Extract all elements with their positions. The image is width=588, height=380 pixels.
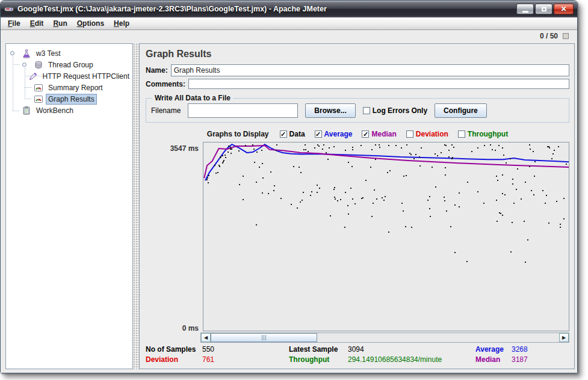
jmeter-window: GoogleTest.jmx (C:\Java\jakarta-jmeter-2… — [0, 0, 578, 373]
menu-edit[interactable]: Edit — [25, 18, 49, 29]
data-point — [548, 222, 549, 224]
menu-help[interactable]: Help — [109, 18, 134, 29]
data-point — [379, 147, 380, 148]
data-point — [421, 147, 422, 149]
deviation-value: 761 — [202, 355, 214, 364]
filename-input[interactable] — [188, 103, 298, 118]
horizontal-scrollbar[interactable]: ◀ ▶ — [200, 332, 569, 343]
menu-file[interactable]: File — [3, 18, 25, 29]
data-point — [467, 182, 468, 183]
data-point — [554, 150, 555, 151]
browse-button[interactable]: Browse... — [305, 103, 355, 118]
data-point — [444, 200, 445, 201]
data-point — [413, 158, 415, 159]
tree-item-label: Graph Results — [46, 94, 96, 104]
log-errors-checkbox[interactable] — [363, 107, 370, 114]
data-point — [262, 177, 264, 179]
tree-item-summary-report[interactable]: Summary Report — [7, 82, 131, 93]
data-point — [498, 145, 500, 146]
data-point — [311, 191, 312, 192]
checkbox-median[interactable]: ✓ — [362, 130, 369, 138]
data-point — [299, 167, 300, 168]
average-value: 3268 — [512, 345, 528, 354]
test-plan-tree: w3 TestThread GroupHTTP Request HTTPClie… — [5, 43, 133, 369]
data-point — [276, 150, 277, 151]
data-point — [517, 168, 518, 170]
tree-item-thread-group[interactable]: Thread Group — [7, 59, 131, 70]
data-point — [220, 156, 221, 158]
maximize-button[interactable] — [535, 4, 552, 14]
display-option-deviation: Deviation — [406, 130, 448, 138]
data-point — [262, 163, 263, 164]
tree-item-http-request-httpclient[interactable]: HTTP Request HTTPClient — [7, 70, 131, 82]
data-point — [300, 172, 302, 173]
data-point — [354, 203, 356, 204]
title-bar[interactable]: GoogleTest.jmx (C:\Java\jakarta-jmeter-2… — [1, 1, 577, 17]
latest-sample-label: Latest Sample — [289, 345, 338, 354]
data-point — [256, 152, 258, 153]
data-point — [262, 192, 263, 194]
data-point — [477, 147, 478, 149]
minimize-button[interactable] — [516, 4, 534, 14]
data-point — [243, 176, 244, 177]
data-point — [548, 146, 549, 147]
app-icon — [4, 4, 14, 14]
close-icon: ✕ — [560, 5, 566, 13]
data-point — [228, 146, 229, 147]
data-point — [437, 155, 438, 156]
scroll-right-arrow-icon[interactable]: ▶ — [559, 333, 569, 342]
checkbox-throughput[interactable] — [458, 130, 465, 138]
checkbox-average[interactable]: ✓ — [315, 130, 322, 138]
data-point — [227, 152, 229, 153]
data-point — [231, 149, 232, 150]
tree-item-workbench[interactable]: WorkBench — [7, 105, 131, 116]
data-point — [326, 152, 327, 153]
data-point — [525, 182, 526, 183]
tree-item-label: Summary Report — [46, 83, 105, 93]
close-button[interactable]: ✕ — [554, 4, 574, 14]
report-chart-icon — [34, 83, 43, 93]
data-point — [435, 153, 436, 155]
data-point — [496, 176, 497, 177]
data-point — [454, 252, 456, 253]
data-point — [344, 227, 345, 228]
graph-plot — [203, 142, 569, 331]
splitpane-divider[interactable] — [133, 43, 139, 369]
graph-lines — [203, 142, 569, 331]
data-point — [274, 185, 275, 186]
data-point — [330, 215, 331, 216]
data-point — [318, 146, 320, 147]
tree-item-graph-results[interactable]: Graph Results — [7, 93, 131, 105]
data-point — [297, 207, 298, 209]
data-point — [334, 187, 335, 188]
data-point — [245, 145, 246, 146]
comments-input[interactable] — [188, 79, 569, 89]
checkbox-deviation[interactable] — [406, 130, 413, 138]
data-point — [432, 167, 433, 168]
throughput-value: 294.14910685634834/minute — [348, 355, 442, 364]
data-point — [303, 149, 305, 150]
scroll-left-arrow-icon[interactable]: ◀ — [201, 333, 211, 342]
data-point — [521, 198, 522, 200]
data-point — [352, 149, 353, 150]
data-point — [484, 145, 485, 146]
data-point — [545, 203, 546, 204]
name-input[interactable] — [171, 64, 569, 76]
data-point — [497, 221, 498, 222]
configure-button[interactable]: Configure — [435, 103, 487, 118]
data-point — [268, 193, 269, 194]
menu-options[interactable]: Options — [72, 18, 109, 29]
checkbox-data[interactable]: ✓ — [280, 130, 287, 138]
data-point — [435, 186, 436, 188]
maximize-icon — [542, 7, 546, 11]
data-point — [563, 218, 565, 219]
data-point — [560, 227, 561, 228]
scrollbar-thumb[interactable] — [211, 333, 317, 342]
data-point — [335, 198, 336, 200]
no-of-samples-value: 550 — [202, 345, 214, 354]
data-point — [415, 154, 416, 155]
tree-item-w3-test[interactable]: w3 Test — [7, 48, 131, 59]
data-point — [375, 144, 376, 146]
data-point — [510, 158, 511, 159]
menu-run[interactable]: Run — [48, 18, 72, 29]
